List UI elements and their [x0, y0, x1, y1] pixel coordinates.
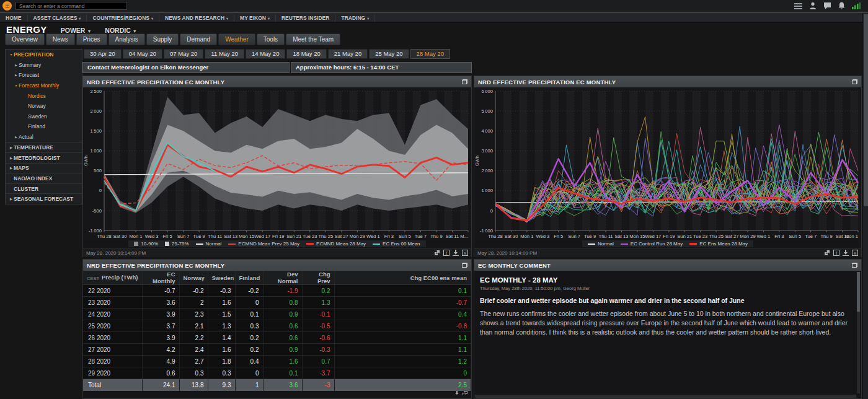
- sidebar-item-maps[interactable]: ▶MAPS: [6, 163, 82, 173]
- excel-export-icon[interactable]: x: [462, 250, 468, 256]
- legend-swatch: [165, 242, 169, 246]
- value-cell: 2.2: [179, 332, 208, 344]
- menu-item-my-eikon[interactable]: MY EIKON▾: [234, 14, 276, 22]
- tab-analysis[interactable]: Analysis: [108, 33, 145, 45]
- table-row[interactable]: 29 20200.60.30.300.1-3.70: [83, 367, 471, 379]
- menu-item-reuters-insider[interactable]: REUTERS INSIDER: [276, 14, 335, 22]
- column-header-chg-ec00-ens-mean[interactable]: Chg EC00 ens mean: [334, 271, 471, 285]
- date-tab-28-may-20[interactable]: 28 May 20: [410, 49, 450, 59]
- table-row[interactable]: 22 2020-0.7-0.2-0.3-0.2-1.90.20.1: [83, 285, 471, 297]
- tab-supply[interactable]: Supply: [146, 33, 179, 45]
- contact-meteorologist-cell[interactable]: Contact Meteorologist on Eikon Messenger: [82, 62, 290, 73]
- chevron-right-icon[interactable]: ▶: [9, 166, 14, 170]
- table-row[interactable]: 26 20203.92.21.40.20.6-0.61.1: [83, 332, 471, 344]
- week-label: 28 2020: [83, 356, 142, 367]
- menu-item-home[interactable]: HOME: [0, 14, 28, 22]
- column-header-norway[interactable]: Norway: [179, 271, 208, 285]
- sidebar-item-meteorologist[interactable]: ▶METEOROLOGIST: [6, 152, 82, 163]
- sidebar-item-nordics[interactable]: Nordics: [6, 90, 82, 101]
- popout-icon[interactable]: [852, 263, 857, 268]
- tab-demand[interactable]: Demand: [180, 33, 217, 45]
- chevron-down-icon[interactable]: ▼: [9, 53, 14, 56]
- chevron-right-icon[interactable]: ▶: [9, 156, 14, 160]
- sidebar-item-temperature[interactable]: ▶TEMPERATURE: [6, 142, 82, 152]
- chevron-right-icon[interactable]: ▶: [9, 197, 14, 201]
- column-header-sweden[interactable]: Sweden: [208, 271, 235, 285]
- week-label: 22 2020: [83, 285, 142, 297]
- sidebar-item-seasonal-forecast[interactable]: ▶SEASONAL FORECAST: [6, 193, 82, 204]
- tab-overview[interactable]: Overview: [5, 33, 45, 45]
- table-row[interactable]: 27 20204.22.41.60.20.9-0.31.1: [83, 344, 471, 356]
- date-tab-18-may-20[interactable]: 18 May 20: [286, 49, 326, 59]
- date-tab-25-may-20[interactable]: 25 May 20: [369, 49, 409, 59]
- date-tab-14-may-20[interactable]: 14 May 20: [246, 49, 285, 59]
- sidebar-item-actual[interactable]: ▶Actual: [6, 132, 82, 142]
- popout-icon[interactable]: [462, 263, 467, 268]
- info-icon[interactable]: i: [833, 250, 839, 256]
- download-icon[interactable]: [454, 391, 459, 395]
- open-external-icon[interactable]: [434, 250, 440, 256]
- open-external-icon[interactable]: [824, 250, 830, 256]
- sidebar-item-cluster[interactable]: CLUSTER: [6, 183, 82, 194]
- info-icon[interactable]: i: [443, 250, 450, 256]
- download-icon[interactable]: [453, 250, 459, 256]
- column-header-chg-prev[interactable]: Chg Prev: [302, 271, 334, 285]
- menu-item-asset-classes[interactable]: ASSET CLASSES▾: [28, 14, 87, 22]
- chevron-right-icon[interactable]: ▶: [14, 73, 19, 77]
- popout-icon[interactable]: [462, 79, 467, 84]
- menu-icon[interactable]: [794, 2, 802, 9]
- column-header-precip-twh[interactable]: CESTPrecip (TWh): [83, 271, 142, 285]
- sidebar-item-nao-ao-index[interactable]: NAO/AO INDEX: [6, 173, 82, 183]
- sidebar-item-forecast[interactable]: ▶Forecast: [6, 70, 82, 81]
- window-scrollbar[interactable]: [862, 13, 868, 399]
- sidebar-item-finland[interactable]: Finland: [6, 121, 82, 132]
- popout-icon[interactable]: [463, 391, 467, 395]
- menu-item-trading[interactable]: TRADING▾: [335, 14, 375, 22]
- table-row[interactable]: 28 20204.92.71.80.41.60.71.2: [83, 356, 471, 367]
- svg-text:Thu 11: Thu 11: [208, 234, 222, 239]
- legend-item-ec-control-run-28-may: EC Control Run 28 May: [621, 241, 683, 247]
- eikon-logo-icon[interactable]: ☰: [2, 1, 12, 11]
- date-tab-30-apr-20[interactable]: 30 Apr 20: [84, 49, 122, 59]
- sidebar-item-summary[interactable]: ▶Summary: [6, 60, 82, 71]
- tab-news[interactable]: News: [46, 33, 75, 45]
- ensemble-chart[interactable]: -1 00001 0002 0003 0004 0005 0006 000Thu…: [474, 87, 861, 240]
- value-cell: 3.9: [142, 332, 179, 344]
- date-tab-11-may-20[interactable]: 11 May 20: [205, 49, 244, 59]
- svg-text:Wed 1: Wed 1: [756, 234, 770, 239]
- date-tab-04-may-20[interactable]: 04 May 20: [123, 49, 162, 59]
- excel-export-icon[interactable]: x: [852, 250, 858, 256]
- profile-icon[interactable]: [809, 2, 817, 9]
- svg-text:Fri 19: Fri 19: [272, 234, 284, 239]
- date-tab-21-may-20[interactable]: 21 May 20: [328, 49, 368, 59]
- tab-meet-the-team[interactable]: Meet the Team: [286, 33, 340, 45]
- notifications-icon[interactable]: [838, 2, 845, 9]
- table-total-row[interactable]: Total24.113.89.313.6-32.5: [83, 379, 471, 391]
- sidebar-item-sweden[interactable]: Sweden: [6, 112, 82, 122]
- fan-chart[interactable]: -1 000-50005001 0001 5002 0002 500Thu 28…: [83, 87, 471, 240]
- table-row[interactable]: 23 20203.621.600.81.3-0.7: [83, 297, 471, 309]
- sidebar-item-norway[interactable]: Norway: [6, 101, 82, 112]
- chevron-right-icon[interactable]: ▶: [14, 135, 19, 139]
- download-icon[interactable]: [843, 250, 849, 256]
- search-input[interactable]: [16, 2, 127, 10]
- date-tab-07-may-20[interactable]: 07 May 20: [164, 49, 203, 59]
- column-header-dev-normal[interactable]: Dev Normal: [263, 271, 302, 285]
- tab-prices[interactable]: Prices: [76, 33, 107, 45]
- popout-icon[interactable]: [852, 79, 857, 84]
- tab-weather[interactable]: Weather: [218, 33, 255, 45]
- tab-tools[interactable]: Tools: [257, 33, 285, 45]
- column-header-finland[interactable]: Finland: [235, 271, 263, 285]
- chevron-down-icon[interactable]: ▼: [14, 84, 19, 87]
- menu-item-countries-regions[interactable]: COUNTRIES/REGIONS▾: [87, 14, 159, 22]
- table-row[interactable]: 24 20203.92.31.50.10.9-0.10.4: [83, 309, 471, 320]
- column-header-ec-monthly[interactable]: EC Monthly: [142, 271, 179, 285]
- table-row[interactable]: 25 20203.72.11.30.30.6-0.5-0.8: [83, 320, 471, 332]
- menu-item-news-and-research[interactable]: NEWS AND RESEARCH▾: [159, 14, 234, 22]
- sidebar-item-forecast-monthly[interactable]: ▼Forecast Monthly: [6, 81, 82, 91]
- chevron-right-icon[interactable]: ▶: [9, 146, 14, 149]
- comment-scrollbar[interactable]: [857, 272, 860, 393]
- chevron-right-icon[interactable]: ▶: [14, 63, 19, 67]
- chat-icon[interactable]: [823, 2, 831, 9]
- sidebar-item-precipitation[interactable]: ▼PRECIPITATION: [6, 50, 82, 60]
